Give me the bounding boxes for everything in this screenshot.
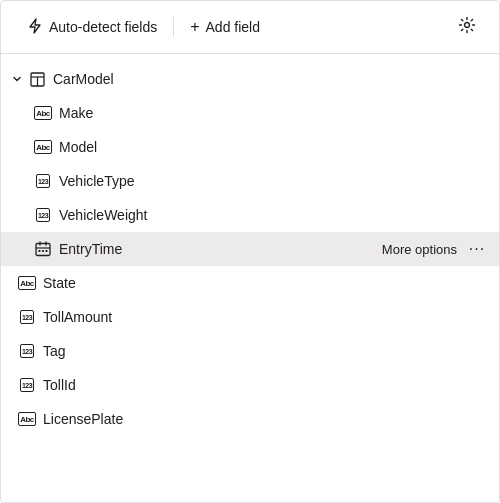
- field-row-make[interactable]: Abc Make: [1, 96, 499, 130]
- 123-icon-vehicletype: 123: [33, 171, 53, 191]
- field-row-vehicletype[interactable]: 123 VehicleType: [1, 164, 499, 198]
- abc-icon-model: Abc: [33, 137, 53, 157]
- field-name-licenseplate: LicensePlate: [43, 411, 491, 427]
- 123-icon-tollamount: 123: [17, 307, 37, 327]
- more-options-button[interactable]: ···: [463, 235, 491, 263]
- plus-icon: +: [190, 19, 199, 35]
- 123-icon-tollid: 123: [17, 375, 37, 395]
- more-options-label: More options: [382, 242, 457, 257]
- parent-field-row[interactable]: CarModel: [1, 62, 499, 96]
- field-row-tag[interactable]: 123 Tag: [1, 334, 499, 368]
- field-row-tollid[interactable]: 123 TollId: [1, 368, 499, 402]
- field-name-make: Make: [59, 105, 491, 121]
- svg-rect-4: [36, 244, 50, 256]
- field-row-licenseplate[interactable]: Abc LicensePlate: [1, 402, 499, 436]
- toolbar-divider: [173, 17, 174, 37]
- field-name-state: State: [43, 275, 491, 291]
- field-name-model: Model: [59, 139, 491, 155]
- gear-icon: [458, 16, 476, 39]
- auto-detect-label: Auto-detect fields: [49, 19, 157, 35]
- field-name-tollid: TollId: [43, 377, 491, 393]
- field-name-vehicleweight: VehicleWeight: [59, 207, 491, 223]
- field-row-model[interactable]: Abc Model: [1, 130, 499, 164]
- lightning-icon: [27, 18, 43, 37]
- toolbar-left: Auto-detect fields + Add field: [17, 12, 443, 43]
- field-row-vehicleweight[interactable]: 123 VehicleWeight: [1, 198, 499, 232]
- svg-rect-7: [42, 250, 44, 252]
- field-name-entrytime: EntryTime: [59, 241, 382, 257]
- abc-icon-make: Abc: [33, 103, 53, 123]
- field-row-entrytime[interactable]: EntryTime More options ···: [1, 232, 499, 266]
- field-row-tollamount[interactable]: 123 TollAmount: [1, 300, 499, 334]
- abc-icon-licenseplate: Abc: [17, 409, 37, 429]
- table-icon: [27, 69, 47, 89]
- toolbar: Auto-detect fields + Add field: [1, 1, 499, 54]
- svg-rect-6: [39, 250, 41, 252]
- 123-icon-tag: 123: [17, 341, 37, 361]
- svg-rect-8: [46, 250, 48, 252]
- add-field-button[interactable]: + Add field: [180, 13, 270, 41]
- settings-button[interactable]: [451, 11, 483, 43]
- field-name-tollamount: TollAmount: [43, 309, 491, 325]
- parent-field-name: CarModel: [53, 71, 491, 87]
- svg-point-0: [465, 22, 470, 27]
- 123-icon-vehicleweight: 123: [33, 205, 53, 225]
- auto-detect-button[interactable]: Auto-detect fields: [17, 12, 167, 43]
- datetime-icon-entrytime: [33, 239, 53, 259]
- add-field-label: Add field: [206, 19, 260, 35]
- expand-chevron: [9, 71, 25, 87]
- field-name-tag: Tag: [43, 343, 491, 359]
- siblings-group: Abc State 123 TollAmount 123 Tag: [1, 266, 499, 436]
- field-list: CarModel Abc Make Abc Model: [1, 54, 499, 502]
- children-group: Abc Make Abc Model 123 VehicleType: [1, 96, 499, 266]
- main-panel: Auto-detect fields + Add field: [0, 0, 500, 503]
- abc-icon-state: Abc: [17, 273, 37, 293]
- field-name-vehicletype: VehicleType: [59, 173, 491, 189]
- field-row-state[interactable]: Abc State: [1, 266, 499, 300]
